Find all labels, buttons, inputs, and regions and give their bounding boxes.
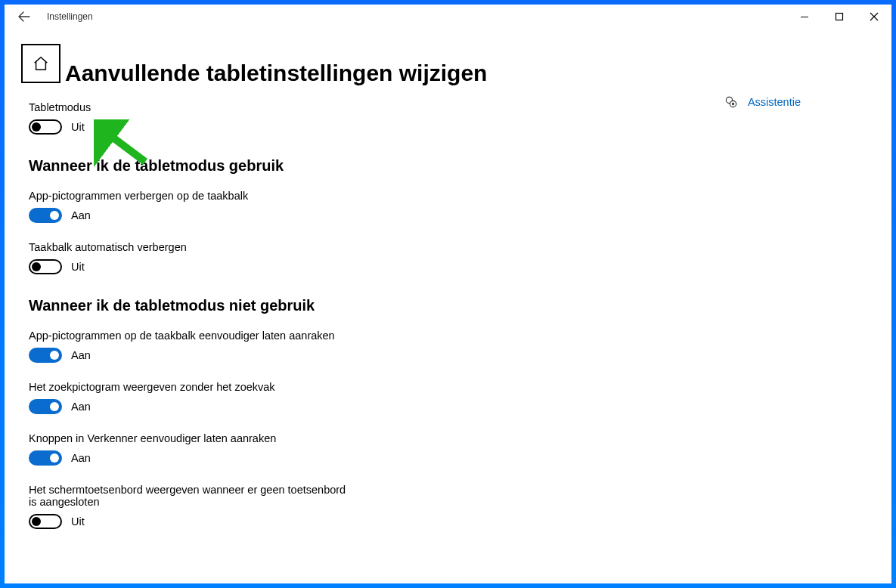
- titlebar: Instellingen: [5, 5, 891, 29]
- home-button[interactable]: [21, 44, 60, 83]
- hide-app-icons-state: Aan: [71, 209, 91, 221]
- hide-app-icons-toggle[interactable]: [29, 208, 62, 223]
- maximize-button[interactable]: [822, 5, 857, 29]
- settings-content: Tabletmodus Uit Wanneer ik de tabletmodu…: [29, 101, 498, 547]
- search-icon-state: Aan: [71, 401, 91, 413]
- assist-link[interactable]: Assistentie: [748, 96, 801, 108]
- auto-hide-taskbar-toggle[interactable]: [29, 259, 62, 274]
- touch-icons-state: Aan: [71, 349, 91, 361]
- minimize-icon: [800, 12, 809, 21]
- back-button[interactable]: [8, 5, 41, 29]
- minimize-button[interactable]: [787, 5, 822, 29]
- tablet-mode-state: Uit: [71, 121, 85, 133]
- tablet-mode-toggle[interactable]: [29, 119, 62, 135]
- auto-hide-taskbar-state: Uit: [71, 261, 85, 273]
- explorer-buttons-state: Aan: [71, 452, 91, 464]
- assist-section: Assistentie: [724, 94, 801, 110]
- svg-point-4: [732, 103, 734, 105]
- osk-toggle[interactable]: [29, 514, 62, 529]
- hide-app-icons-label: App-pictogrammen verbergen op de taakbal…: [29, 190, 498, 202]
- close-icon: [870, 12, 879, 21]
- touch-icons-toggle[interactable]: [29, 348, 62, 363]
- titlebar-label: Instellingen: [47, 11, 93, 22]
- tablet-mode-label: Tabletmodus: [29, 101, 498, 113]
- search-icon-toggle[interactable]: [29, 399, 62, 414]
- maximize-icon: [835, 12, 844, 21]
- window-controls: [787, 5, 891, 29]
- svg-rect-1: [836, 14, 843, 20]
- osk-state: Uit: [71, 515, 85, 528]
- close-button[interactable]: [857, 5, 891, 29]
- home-icon: [33, 55, 49, 72]
- explorer-buttons-toggle[interactable]: [29, 450, 62, 466]
- search-icon-label: Het zoekpictogram weergeven zonder het z…: [29, 381, 498, 393]
- assist-icon: [724, 94, 739, 110]
- heading-when-using: Wanneer ik de tabletmodus gebruik: [29, 157, 498, 175]
- desktop-background: Instellingen: [0, 0, 896, 588]
- osk-label: Het schermtoetsenbord weergeven wanneer …: [29, 484, 346, 508]
- explorer-buttons-label: Knoppen in Verkenner eenvoudiger laten a…: [29, 432, 498, 444]
- settings-window: Instellingen: [5, 5, 891, 583]
- svg-rect-0: [801, 17, 808, 17]
- page-title: Aanvullende tabletinstellingen wijzigen: [65, 60, 487, 86]
- arrow-left-icon: [18, 11, 30, 23]
- heading-when-not-using: Wanneer ik de tabletmodus niet gebruik: [29, 297, 498, 314]
- auto-hide-taskbar-label: Taakbalk automatisch verbergen: [29, 241, 498, 253]
- touch-icons-label: App-pictogrammen op de taakbalk eenvoudi…: [29, 330, 498, 342]
